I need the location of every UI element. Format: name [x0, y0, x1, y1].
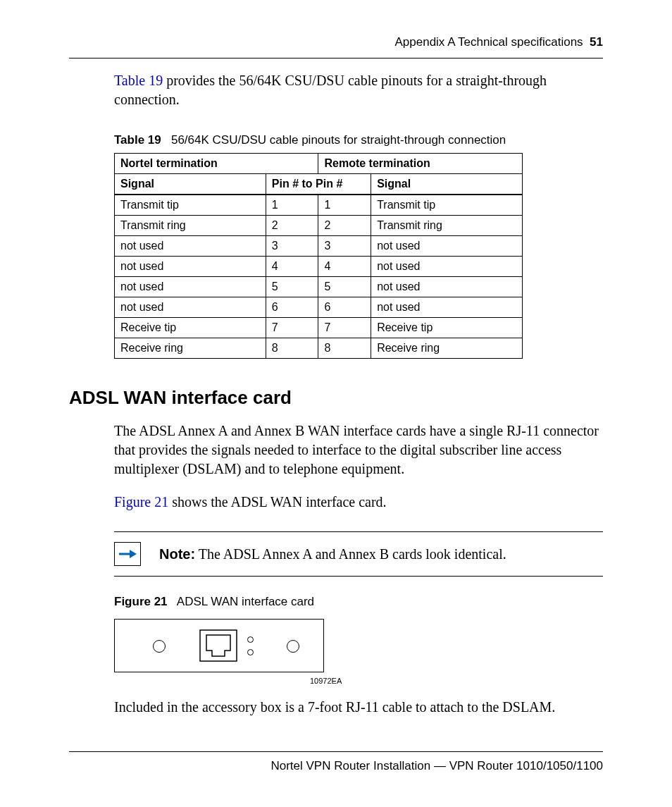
figure-intro: Figure 21 shows the ADSL WAN interface c… [114, 493, 603, 512]
figure-intro-rest: shows the ADSL WAN interface card. [168, 494, 386, 510]
table-row: not used66not used [115, 297, 523, 318]
footer-text: Nortel VPN Router Installation — VPN Rou… [69, 759, 603, 773]
table-row: not used33not used [115, 236, 523, 257]
figure-label: Figure 21 [114, 595, 168, 608]
page-footer: Nortel VPN Router Installation — VPN Rou… [69, 751, 603, 773]
table-row: not used44not used [115, 257, 523, 277]
table-header-row: Signal Pin # to Pin # Signal [115, 174, 523, 195]
header-rule [69, 58, 603, 58]
table-row: Receive tip77Receive tip [115, 318, 523, 338]
table-row: Receive ring88Receive ring [115, 338, 523, 359]
table-label: Table 19 [114, 133, 161, 147]
note-text: Note: The ADSL Annex A and Annex B cards… [159, 546, 506, 562]
adsl-paragraph: The ADSL Annex A and Annex B WAN interfa… [114, 421, 603, 479]
table-ref-link[interactable]: Table 19 [114, 73, 163, 88]
led-top-icon [247, 636, 254, 643]
screw-hole-left-icon [153, 640, 166, 653]
rj11-port-icon [199, 629, 237, 665]
page-number: 51 [590, 35, 603, 49]
note-body: The ADSL Annex A and Annex B cards look … [195, 546, 506, 562]
intro-paragraph: Table 19 provides the 56/64K CSU/DSU cab… [114, 71, 603, 109]
table-caption: Table 19 56/64K CSU/DSU cable pinouts fo… [114, 133, 603, 147]
screw-hole-right-icon [287, 640, 299, 653]
intro-rest: provides the 56/64K CSU/DSU cable pinout… [114, 73, 547, 107]
group-remote: Remote termination [318, 154, 523, 174]
section-heading: ADSL WAN interface card [69, 387, 603, 409]
note-block: Note: The ADSL Annex A and Annex B cards… [114, 531, 603, 577]
adsl-card-diagram [114, 619, 324, 672]
table-row: Transmit ring22Transmit ring [115, 216, 523, 236]
table-row: not used55not used [115, 277, 523, 297]
note-rule-bottom [114, 576, 603, 577]
pinout-table: Nortel termination Remote termination Si… [114, 153, 523, 359]
note-label: Note: [159, 546, 195, 562]
arrow-right-icon [114, 542, 141, 566]
footer-rule [69, 751, 603, 752]
led-bottom-icon [247, 649, 254, 655]
hdr-pin-to-pin: Pin # to Pin # [266, 174, 371, 195]
group-nortel: Nortel termination [115, 154, 318, 174]
svg-marker-1 [130, 550, 137, 558]
figure-caption-text: ADSL WAN interface card [177, 595, 314, 608]
header-section: Appendix A Technical specifications [394, 35, 583, 49]
running-header: Appendix A Technical specifications 51 [69, 35, 603, 58]
closing-paragraph: Included in the accessory box is a 7-foo… [114, 698, 603, 717]
table-caption-text: 56/64K CSU/DSU cable pinouts for straigh… [171, 133, 506, 147]
table-group-row: Nortel termination Remote termination [115, 154, 523, 174]
figure-code: 10972EA [310, 677, 603, 685]
figure-caption: Figure 21 ADSL WAN interface card [114, 595, 603, 609]
hdr-signal-left: Signal [115, 174, 266, 195]
hdr-signal-right: Signal [371, 174, 523, 195]
figure-ref-link[interactable]: Figure 21 [114, 494, 168, 510]
table-row: Transmit tip11Transmit tip [115, 195, 523, 216]
